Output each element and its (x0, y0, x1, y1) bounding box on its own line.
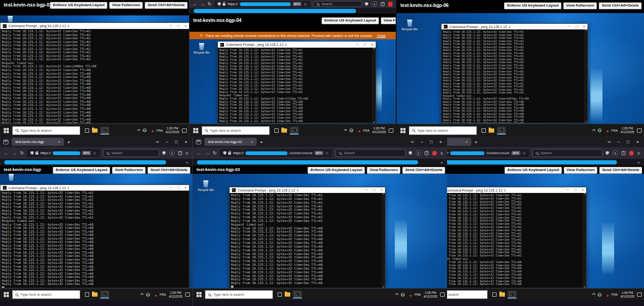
taskbar-search-input[interactable]: Type here to search (409, 126, 477, 135)
minimize-icon[interactable]: − (170, 186, 172, 190)
notification-icon[interactable] (440, 292, 445, 297)
cmd-taskbar-icon[interactable]: >_ (100, 291, 109, 299)
adblock-icon[interactable] (432, 151, 437, 156)
tray-chevron-icon[interactable] (344, 128, 347, 132)
speaker-muted-icon[interactable] (604, 128, 609, 132)
language-indicator[interactable]: FRA (160, 293, 166, 296)
list-tabs-icon[interactable] (411, 140, 414, 143)
pocket-shield-icon[interactable] (365, 2, 368, 6)
maximize-icon[interactable]: □ (364, 43, 366, 47)
cmd-title-bar[interactable]: >_ Command Prompt - ping 10.125.1.12 -t … (218, 42, 376, 48)
more-bookmarks-icon[interactable]: » (441, 160, 443, 165)
minimize-icon[interactable]: − (567, 188, 569, 192)
speaker-muted-icon[interactable] (153, 293, 157, 297)
browser-tab[interactable]: × (447, 138, 471, 146)
warning-close-link[interactable]: Close (377, 34, 386, 38)
file-explorer-icon[interactable] (285, 292, 290, 297)
address-bar[interactable]: https:// 80% ☆ (214, 1, 310, 7)
language-indicator[interactable]: FRA (156, 129, 163, 132)
recycle-bin-icon[interactable]: Recycle Bin (196, 180, 215, 192)
bookmark-star-icon[interactable]: ☆ (325, 151, 329, 156)
pocket-shield-icon[interactable] (162, 151, 166, 155)
maximize-icon[interactable]: □ (177, 186, 179, 190)
zoom-level-badge[interactable]: 80% (511, 151, 520, 155)
network-icon[interactable] (598, 128, 602, 132)
minimize-icon[interactable]: − (617, 140, 620, 144)
start-button[interactable] (0, 124, 12, 136)
tracking-shield-icon[interactable] (223, 151, 226, 155)
file-explorer-icon[interactable] (499, 292, 505, 297)
cmd-taskbar-icon[interactable]: >_ (290, 127, 299, 135)
taskbar-search-input[interactable]: Type here to search (202, 126, 270, 135)
send-cad-button[interactable]: Send Ctrl+Alt+Delete (147, 167, 190, 174)
clock[interactable]: 1:05 PM4/12/2025 (621, 291, 634, 299)
taskbar-search-input[interactable]: Type here to search (12, 126, 80, 135)
cmd-title-bar[interactable]: >_ Command Prompt - ping 10.125.1.12 -t … (230, 187, 385, 193)
network-icon[interactable] (146, 293, 150, 297)
tray-chevron-icon[interactable] (395, 293, 399, 296)
notification-icon[interactable] (389, 128, 393, 133)
view-fullscreen-button[interactable]: View Fullscreen (109, 2, 143, 9)
command-prompt-window[interactable]: >_ Command Prompt - ping 10.125.1.12 -t … (217, 41, 376, 123)
speaker-muted-icon[interactable] (356, 128, 360, 132)
maximize-icon[interactable]: □ (430, 140, 432, 144)
menu-icon[interactable]: ≡ (186, 151, 188, 156)
zoom-level-badge[interactable]: 80% (82, 151, 91, 155)
list-tabs-icon[interactable] (156, 140, 159, 143)
extension-red-icon[interactable] (388, 2, 392, 7)
file-explorer-icon[interactable] (489, 128, 494, 133)
address-bar[interactable]: https:// 80% ☆ (27, 149, 99, 157)
send-cad-button[interactable]: Send Ctrl+Alt+Delete (599, 2, 642, 9)
share-icon[interactable] (381, 2, 385, 6)
new-tab-icon[interactable]: + (475, 139, 477, 145)
clock[interactable]: 1:05 PM4/12/2025 (169, 291, 182, 299)
bookmark-star-icon[interactable]: ☆ (93, 151, 97, 156)
view-fullscreen-button[interactable]: View Fullscreen (564, 167, 597, 174)
taskbar-search-input[interactable]: Type here to search (12, 290, 80, 299)
cmd-taskbar-icon[interactable]: >_ (293, 291, 302, 299)
bookmark-star-icon[interactable]: ☆ (303, 2, 307, 7)
enforce-keyboard-button[interactable]: Enforce US Keyboard Layout (504, 167, 562, 174)
notification-icon[interactable] (637, 292, 642, 297)
close-icon[interactable]: × (184, 186, 187, 190)
reload-icon[interactable]: ↻ (208, 2, 211, 7)
command-prompt-window[interactable]: >_ Command Prompt - ping 10.125.1.12 -t … (447, 187, 587, 288)
command-prompt-window[interactable]: >_ Command Prompt - ping 10.125.1.12 -t … (0, 185, 189, 288)
forward-icon[interactable]: → (12, 151, 17, 156)
file-explorer-icon[interactable] (92, 128, 98, 133)
task-view-icon[interactable] (85, 128, 89, 133)
maximize-icon[interactable]: □ (373, 188, 375, 192)
cmd-title-bar[interactable]: >_ Command Prompt - ping 10.125.1.12 -t … (441, 24, 588, 29)
language-indicator[interactable]: FRA (414, 293, 421, 296)
clock[interactable]: 1:05 PM4/12/2025 (621, 127, 634, 134)
share-icon[interactable] (178, 151, 182, 155)
close-icon[interactable]: × (581, 188, 584, 192)
bookmark-star-icon[interactable]: ☆ (522, 151, 526, 156)
tab-close-icon[interactable]: × (58, 140, 60, 144)
browser-search-input[interactable]: Search (313, 1, 362, 7)
zoom-level-badge[interactable]: 80% (293, 2, 301, 6)
minimize-icon[interactable]: − (170, 24, 172, 28)
more-bookmarks-icon[interactable]: » (186, 160, 188, 165)
adblock-icon[interactable] (629, 151, 634, 156)
more-bookmarks-icon[interactable]: » (637, 160, 640, 165)
tray-chevron-icon[interactable] (137, 128, 140, 132)
zoom-level-badge[interactable]: 80% (315, 151, 323, 155)
tray-chevron-icon[interactable] (592, 128, 595, 132)
command-prompt-window[interactable]: >_ Command Prompt - ping 10.125.1.12 -t … (229, 187, 385, 288)
file-explorer-icon[interactable] (92, 292, 98, 297)
menu-icon[interactable]: ≡ (441, 151, 443, 156)
close-icon[interactable]: × (583, 25, 585, 28)
minimize-icon[interactable]: − (366, 188, 368, 192)
clock[interactable]: 1:05 PM4/12/2025 (166, 127, 179, 134)
profile-avatar-icon[interactable]: S (169, 150, 175, 156)
close-icon[interactable]: × (440, 140, 442, 144)
cmd-title-bar[interactable]: >_ Command Prompt - ping 10.125.1.12 -t … (0, 23, 189, 29)
tray-chevron-icon[interactable] (592, 293, 595, 296)
new-tab-icon[interactable]: + (260, 139, 263, 145)
send-cad-button[interactable]: Send Ctrl+Alt+Delete (145, 2, 188, 9)
enforce-keyboard-button[interactable]: Enforce US Keyboard Layout (322, 17, 379, 24)
close-icon[interactable]: × (380, 188, 383, 192)
profile-avatar-icon[interactable]: S (613, 150, 618, 156)
speaker-muted-icon[interactable] (149, 128, 154, 132)
